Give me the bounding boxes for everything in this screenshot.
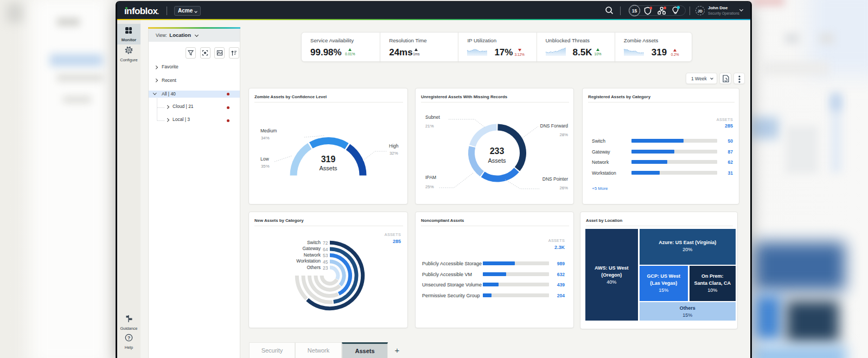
svg-text:?: ?: [127, 335, 130, 341]
